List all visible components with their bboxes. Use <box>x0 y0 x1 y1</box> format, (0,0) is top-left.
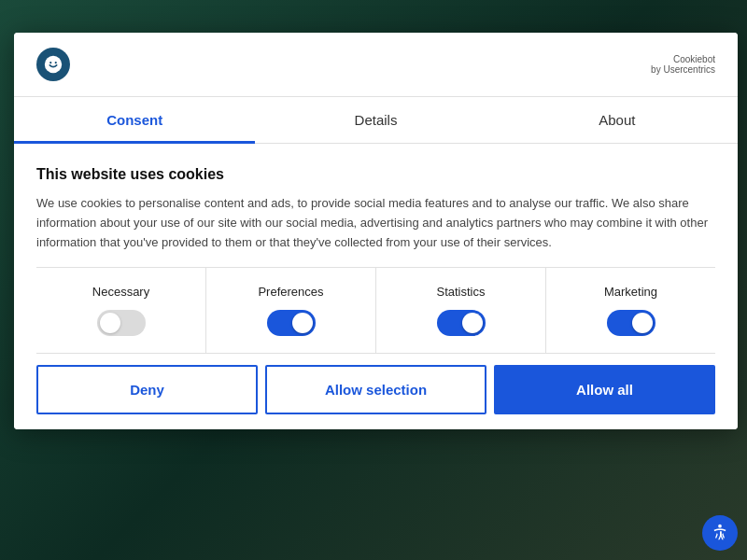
brand-sub: by Usercentrics <box>651 65 715 75</box>
tabs-container: Consent Details About <box>14 97 738 144</box>
tab-consent[interactable]: Consent <box>14 97 255 143</box>
cookie-categories: Necessary Preferences Statistics <box>36 267 715 354</box>
svg-point-1 <box>49 62 51 63</box>
toggle-necessary-track <box>97 310 146 336</box>
brand-name: Cookiebot <box>651 55 715 64</box>
category-statistics-label: Statistics <box>436 285 485 299</box>
category-preferences: Preferences <box>206 268 376 353</box>
category-preferences-label: Preferences <box>258 285 323 299</box>
toggle-necessary[interactable] <box>97 310 146 336</box>
allow-all-button[interactable]: Allow all <box>494 365 715 414</box>
svg-point-0 <box>45 56 62 73</box>
toggle-marketing-thumb <box>632 313 653 333</box>
deny-button[interactable]: Deny <box>36 365 258 414</box>
allow-selection-button[interactable]: Allow selection <box>265 365 486 414</box>
accessibility-button[interactable] <box>702 515 738 551</box>
toggle-statistics-track <box>437 310 486 336</box>
toggle-statistics-thumb <box>462 313 483 333</box>
content-body: We use cookies to personalise content an… <box>36 194 715 252</box>
category-marketing: Marketing <box>546 268 715 353</box>
action-buttons: Deny Allow selection Allow all <box>36 354 715 414</box>
toggle-marketing[interactable] <box>607 310 655 336</box>
tab-details[interactable]: Details <box>255 97 496 143</box>
svg-point-3 <box>718 525 722 528</box>
toggle-preferences-track <box>267 310 316 336</box>
cookiebot-brand: Cookiebot by Usercentrics <box>651 54 715 75</box>
modal-content: This website uses cookies We use cookies… <box>14 144 738 429</box>
modal-header: Cookiebot by Usercentrics <box>14 33 738 97</box>
toggle-necessary-thumb <box>100 313 120 333</box>
tab-about[interactable]: About <box>497 97 738 143</box>
content-title: This website uses cookies <box>36 166 715 183</box>
toggle-preferences[interactable] <box>267 310 316 336</box>
toggle-marketing-track <box>607 310 655 336</box>
cookie-logo-icon <box>36 48 70 81</box>
category-necessary-label: Necessary <box>92 285 149 299</box>
toggle-statistics[interactable] <box>437 310 486 336</box>
toggle-preferences-thumb <box>292 313 313 333</box>
cookie-consent-modal: Cookiebot by Usercentrics Consent Detail… <box>14 33 738 429</box>
category-necessary: Necessary <box>36 268 206 353</box>
svg-point-2 <box>55 62 57 63</box>
category-marketing-label: Marketing <box>604 285 657 299</box>
category-statistics: Statistics <box>376 268 546 353</box>
